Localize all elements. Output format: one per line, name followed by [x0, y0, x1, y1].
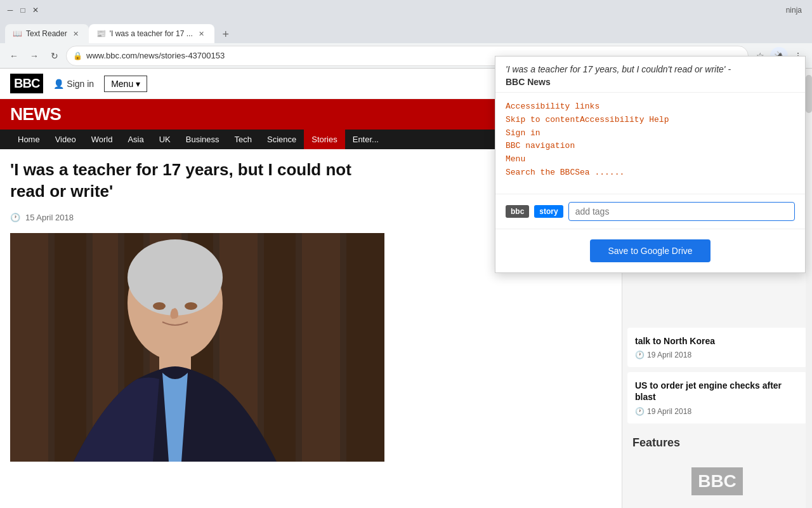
news-item-date: 19 April 2018	[647, 351, 691, 359]
tab-bar: 📖 Text Reader ✕ 📰 'I was a teacher for 1…	[0, 20, 812, 43]
url-text: www.bbc.com/news/stories-43700153	[86, 51, 225, 60]
title-bar: ─ □ ✕ ninja	[0, 0, 812, 20]
clock-icon: 🕐	[10, 213, 20, 222]
window-title: ninja	[786, 6, 802, 15]
menu-label: Menu	[111, 79, 133, 89]
tab-close-btn[interactable]: ✕	[71, 29, 81, 39]
svg-point-13	[153, 302, 166, 310]
nav-video[interactable]: Video	[48, 130, 84, 149]
article-image	[10, 233, 384, 462]
nav-enter[interactable]: Enter...	[345, 130, 386, 149]
bbc-logo-sidebar: BBC	[691, 467, 743, 495]
forward-button[interactable]: →	[25, 47, 43, 65]
nav-asia[interactable]: Asia	[120, 130, 151, 149]
nav-world[interactable]: World	[84, 130, 121, 149]
svg-point-12	[128, 239, 223, 316]
popup-article-title: 'I was a teacher for 17 years, but I cou…	[506, 64, 795, 74]
nav-science[interactable]: Science	[259, 130, 304, 149]
save-to-drive-button[interactable]: Save to Google Drive	[590, 239, 710, 262]
story-tag: story	[534, 205, 563, 218]
bbc-logo: BBC	[10, 74, 43, 93]
tab-label: Text Reader	[26, 29, 67, 38]
minimize-btn[interactable]: ─	[5, 5, 15, 15]
tab-close-btn[interactable]: ✕	[197, 29, 207, 39]
bbc-article-tab[interactable]: 📰 'I was a teacher for 17 ... ✕	[89, 24, 214, 43]
popup-tags-area: bbc story	[495, 194, 805, 229]
news-item-title-2: US to order jet engine checks after blas…	[635, 380, 799, 403]
svg-rect-8	[264, 233, 296, 462]
svg-rect-9	[302, 233, 340, 462]
svg-point-14	[185, 302, 197, 310]
news-item-date-2: 19 April 2018	[647, 407, 691, 416]
svg-rect-10	[346, 233, 384, 462]
news-item-meta-2: 🕐 19 April 2018	[635, 407, 799, 416]
nav-business[interactable]: Business	[178, 130, 227, 149]
clock-icon: 🕐	[635, 407, 645, 416]
nav-tech[interactable]: Tech	[227, 130, 259, 149]
scrollbar[interactable]	[806, 69, 812, 508]
article-date: 15 April 2018	[25, 213, 74, 222]
person-icon: 👤	[53, 79, 64, 89]
popup-text: Accessibility links Skip to contentAcces…	[506, 100, 795, 180]
popup-content: Accessibility links Skip to contentAcces…	[495, 93, 805, 194]
bbc-tag: bbc	[506, 205, 529, 218]
nav-stories[interactable]: Stories	[304, 130, 344, 149]
sidebar-news-item-2: US to order jet engine checks after blas…	[627, 372, 807, 423]
popup-title-bar: 'I was a teacher for 17 years, but I cou…	[495, 57, 805, 93]
popup-actions: Save to Google Drive	[495, 229, 805, 272]
clock-icon: 🕐	[635, 351, 645, 359]
scrollbar-thumb[interactable]	[806, 75, 812, 113]
chevron-down-icon: ▾	[136, 79, 140, 89]
refresh-button[interactable]: ↻	[46, 47, 63, 65]
svg-rect-2	[55, 233, 86, 462]
svg-rect-1	[10, 233, 48, 462]
news-item-meta: 🕐 19 April 2018	[635, 351, 799, 359]
sign-in-btn[interactable]: 👤 Sign in	[53, 79, 94, 89]
nav-uk[interactable]: UK	[152, 130, 178, 149]
lock-icon: 🔒	[73, 51, 82, 60]
text-reader-popup: 'I was a teacher for 17 years, but I cou…	[495, 56, 806, 273]
sign-in-label: Sign in	[67, 79, 94, 89]
tab-icon: 📖	[13, 29, 22, 38]
features-title: Features	[622, 429, 812, 455]
nav-home[interactable]: Home	[10, 130, 48, 149]
news-title: NEWS	[10, 104, 61, 124]
article-title: 'I was a teacher for 17 years, but I cou…	[10, 159, 378, 203]
sidebar-news-item: talk to North Korea 🕐 19 April 2018	[627, 328, 807, 367]
maximize-btn[interactable]: □	[18, 5, 28, 15]
tab-label: 'I was a teacher for 17 ...	[110, 29, 193, 38]
tab-icon: 📰	[96, 29, 106, 38]
article-illustration	[10, 233, 384, 462]
new-tab-btn[interactable]: +	[217, 25, 235, 43]
tags-input[interactable]	[568, 202, 795, 221]
menu-btn[interactable]: Menu ▾	[104, 76, 147, 92]
news-item-title: talk to North Korea	[635, 335, 799, 347]
back-button[interactable]: ←	[5, 47, 23, 65]
text-reader-tab[interactable]: 📖 Text Reader ✕	[5, 24, 89, 43]
popup-source: BBC News	[506, 77, 795, 87]
close-btn[interactable]: ✕	[30, 5, 41, 15]
